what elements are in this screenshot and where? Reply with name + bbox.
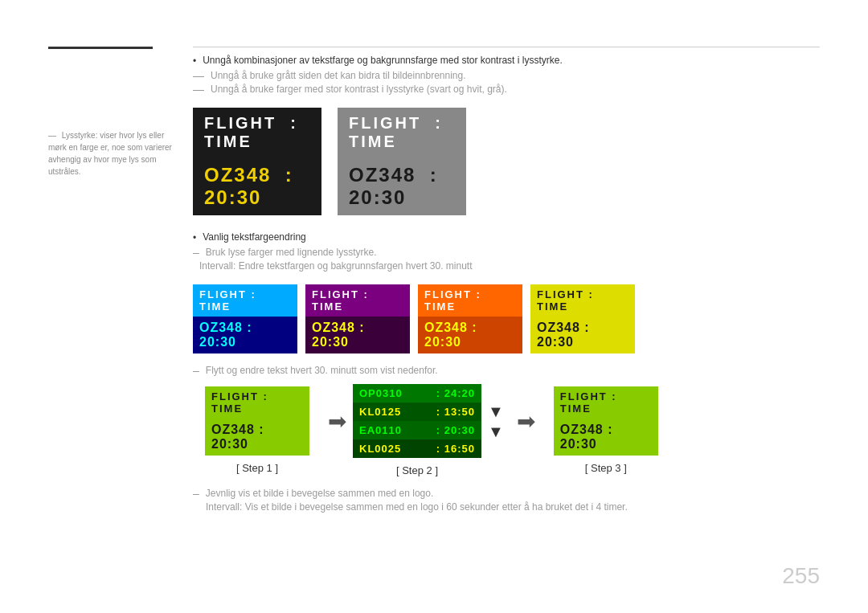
small-card-yellow-info: OZ348 : 20:30 [530,317,635,353]
bullet-main: • Unngå kombinasjoner av tekstfarge og b… [193,55,820,67]
steps-section: FLIGHT : TIME OZ348 : 20:30 [ Step 1 ] ➡… [193,384,820,476]
step2-row-1: OP0310: 24:20 [353,384,481,403]
small-card-purple-header: FLIGHT : TIME [305,284,410,317]
step-2-item: OP0310: 24:20 KL0125: 13:50 EA0110: 20:3… [353,384,481,476]
small-card-purple: FLIGHT : TIME OZ348 : 20:30 [305,284,410,353]
step-3-label: [ Step 3 ] [585,462,627,474]
dash-item-1: — Unngå å bruke grått siden det kan bidr… [193,70,820,81]
step-3-item: FLIGHT : TIME OZ348 : 20:30 [ Step 3 ] [542,386,670,474]
vanlig-main: • Vanlig tekstfargeendring [193,231,820,243]
bottom-notes: – Jevnlig vis et bilde i bevegelse samme… [193,488,820,513]
flight-card-gray: FLIGHT : TIME OZ348 : 20:30 [338,108,466,215]
step-2-label: [ Step 2 ] [396,464,438,476]
main-content: • Unngå kombinasjoner av tekstfarge og b… [193,55,820,515]
flight-card-dark-info: OZ348 : 20:30 [193,157,321,215]
dash-icon-1: — [193,70,204,81]
arrow-right-1: ➡ [328,408,346,435]
large-flight-displays: FLIGHT : TIME OZ348 : 20:30 FLIGHT : TIM… [193,108,820,215]
sidebar: — Lysstyrke: viser hvor lys eller mørk e… [48,47,177,178]
sidebar-accent-line [48,47,153,49]
page-container: — Lysstyrke: viser hvor lys eller mørk e… [0,0,868,613]
small-card-blue-info: OZ348 : 20:30 [193,317,297,353]
small-card-blue: FLIGHT : TIME OZ348 : 20:30 [193,284,297,353]
flight-card-gray-header: FLIGHT : TIME [338,108,466,157]
flight-card-gray-info: OZ348 : 20:30 [338,157,466,215]
small-card-blue-header: FLIGHT : TIME [193,284,297,317]
page-number: 255 [782,563,820,589]
dash-icon-2: — [193,84,204,95]
small-card-yellow-header: FLIGHT : TIME [530,284,635,317]
scroll-note: – Flytt og endre tekst hvert 30. minutt … [193,365,820,376]
top-divider [193,47,820,47]
scroll-dash-icon: – [193,365,199,376]
bottom-note-1: – Jevnlig vis et bilde i bevegelse samme… [193,488,820,499]
arrow-right-2: ➡ [517,408,535,435]
step-1-label: [ Step 1 ] [236,462,278,474]
small-card-purple-info: OZ348 : 20:30 [305,317,410,353]
step3-card-info: OZ348 : 20:30 [554,419,658,456]
sidebar-note: — Lysstyrke: viser hvor lys eller mørk e… [48,129,177,178]
vanlig-bullet: • [193,232,196,243]
bottom-dash-1: – [193,488,199,499]
step2-row-2: KL0125: 13:50 [353,403,481,421]
step2-multicard: OP0310: 24:20 KL0125: 13:50 EA0110: 20:3… [353,384,481,458]
dash-item-2: — Unngå å bruke farger med stor kontrast… [193,84,820,95]
step3-card: FLIGHT : TIME OZ348 : 20:30 [554,386,658,456]
vanlig-dash-1: – Bruk lyse farger med lignende lysstyrk… [193,247,820,258]
bullet-section: • Unngå kombinasjoner av tekstfarge og b… [193,55,820,95]
double-down-arrows: ▼ ▼ [488,403,504,441]
step-1-item: FLIGHT : TIME OZ348 : 20:30 [ Step 1 ] [193,386,321,474]
small-card-orange-info: OZ348 : 20:30 [418,317,522,353]
vanlig-dash-icon-1: – [193,247,199,258]
step2-row-4: KL0025: 16:50 [353,439,481,458]
bottom-note-2: Intervall: Vis et bilde i bevegelse samm… [193,501,820,513]
step1-card-info: OZ348 : 20:30 [205,419,309,456]
small-card-orange-header: FLIGHT : TIME [418,284,522,317]
step1-card-header: FLIGHT : TIME [205,386,309,419]
flight-card-dark-header: FLIGHT : TIME [193,108,321,157]
vanlig-section: • Vanlig tekstfargeendring – Bruk lyse f… [193,231,820,272]
flight-card-dark: FLIGHT : TIME OZ348 : 20:30 [193,108,321,215]
vanlig-dash-2: Intervall: Endre tekstfargen og bakgrunn… [193,260,820,272]
bullet-icon: • [193,55,196,67]
small-card-orange: FLIGHT : TIME OZ348 : 20:30 [418,284,522,353]
step3-card-header: FLIGHT : TIME [554,386,658,419]
small-card-yellow: FLIGHT : TIME OZ348 : 20:30 [530,284,635,353]
step2-row-3: EA0110: 20:30 [353,421,481,439]
step1-card: FLIGHT : TIME OZ348 : 20:30 [205,386,309,456]
small-cards-section: FLIGHT : TIME OZ348 : 20:30 FLIGHT : TIM… [193,284,820,353]
